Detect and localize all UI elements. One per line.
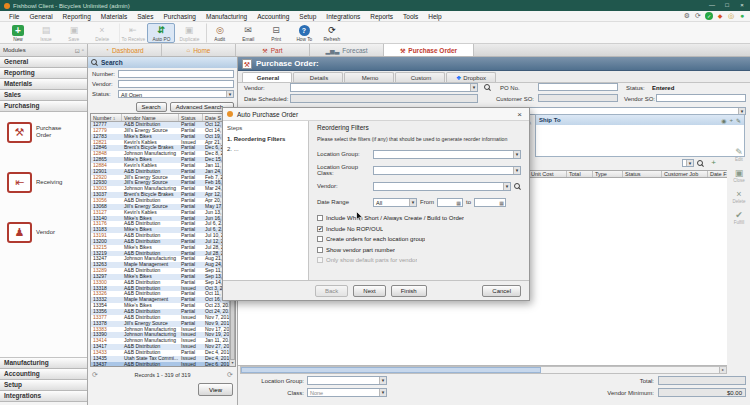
column-date-f[interactable]: Date F bbox=[707, 171, 727, 177]
date-range-select[interactable]: All bbox=[373, 198, 417, 207]
location-group-combo[interactable] bbox=[307, 376, 387, 385]
menu-item[interactable]: Reporting bbox=[58, 13, 96, 20]
checkbox[interactable] bbox=[317, 247, 323, 253]
document-tab[interactable]: ▂▅▃ Forecast bbox=[310, 44, 384, 56]
location-pin-icon[interactable]: ◉ bbox=[721, 117, 726, 124]
checkbox[interactable] bbox=[317, 236, 323, 242]
vendor-filter-select[interactable] bbox=[373, 182, 511, 191]
wizard-step[interactable]: 2. ... bbox=[227, 146, 304, 152]
menu-item[interactable]: Sales bbox=[132, 13, 158, 20]
filter-checkbox-row[interactable]: Include When Short / Always Create / Bui… bbox=[317, 213, 521, 224]
menu-item[interactable]: Purchasing bbox=[158, 13, 201, 20]
toolbar-button[interactable]: ⟳ Refresh bbox=[318, 23, 346, 43]
toolbar-button[interactable]: ⇵ Auto PO bbox=[147, 23, 175, 43]
menu-item[interactable]: File bbox=[4, 13, 24, 20]
table-row[interactable]: 13437 A&B Distribution Issued Dec 6, 201… bbox=[91, 362, 229, 366]
search-button[interactable]: Search bbox=[136, 102, 167, 112]
filter-checkbox-row[interactable]: Include No ROP/OUL bbox=[317, 224, 521, 235]
module-section[interactable]: Purchasing bbox=[0, 101, 87, 112]
vendor-filter-search-icon[interactable] bbox=[514, 183, 521, 190]
tray-icon[interactable]: ⟳ bbox=[694, 12, 702, 20]
module-section[interactable]: General bbox=[0, 57, 87, 68]
document-tab[interactable]: ◔ Dashboard bbox=[88, 44, 162, 56]
cancel-button[interactable]: Cancel bbox=[482, 285, 521, 297]
window-control-button[interactable]: × bbox=[736, 1, 748, 10]
toolbar-button[interactable]: + New bbox=[4, 23, 32, 43]
menu-item[interactable]: Help bbox=[423, 13, 446, 20]
toolbar-button[interactable]: ▣ Save bbox=[60, 23, 88, 43]
dialog-close-icon[interactable]: × bbox=[514, 110, 525, 119]
item-action-button[interactable]: ▣ Close bbox=[733, 168, 745, 183]
vendor-input[interactable] bbox=[118, 80, 234, 88]
class-combo[interactable]: None bbox=[307, 388, 387, 397]
module-item[interactable]: ⇤ Receiving bbox=[7, 170, 87, 194]
hscroll-thumb[interactable] bbox=[241, 367, 541, 373]
column-status[interactable]: Status bbox=[622, 171, 661, 177]
toolbar-button[interactable]: ▤ Issue bbox=[32, 23, 60, 43]
item-lookup-combo[interactable] bbox=[682, 159, 694, 167]
items-horizontal-scrollbar[interactable]: ▸ bbox=[240, 366, 727, 374]
document-tab[interactable]: ⚒ Part bbox=[236, 44, 310, 56]
window-control-button[interactable]: — bbox=[706, 1, 718, 10]
date-from-input[interactable] bbox=[437, 198, 463, 207]
vendor-so-input[interactable] bbox=[656, 94, 746, 102]
item-action-button[interactable]: × Delete bbox=[732, 189, 745, 204]
document-tab[interactable]: ⌂ Home bbox=[162, 44, 236, 56]
wizard-nav-button[interactable]: Finish bbox=[391, 285, 427, 297]
toolbar-button[interactable]: ⇤ To Receive bbox=[119, 23, 147, 43]
hscroll-right-arrow[interactable]: ▸ bbox=[719, 367, 726, 373]
checkbox[interactable] bbox=[317, 226, 323, 232]
refresh-left-icon[interactable]: ⟳ bbox=[92, 371, 98, 379]
toolbar-button[interactable]: × Delete bbox=[88, 23, 116, 43]
toolbar-button[interactable]: ▣ Duplicate bbox=[175, 23, 203, 43]
column-type[interactable]: Type bbox=[592, 171, 622, 177]
add-item-icon[interactable]: + bbox=[711, 158, 716, 167]
menu-item[interactable]: Accounting bbox=[252, 13, 294, 20]
po-tab[interactable]: Details bbox=[293, 72, 343, 82]
column-unit-cost[interactable]: Unit Cost bbox=[528, 171, 566, 177]
menu-item[interactable]: General bbox=[24, 13, 57, 20]
item-search-icon[interactable] bbox=[697, 160, 704, 167]
tray-icon[interactable]: ⚙ bbox=[683, 12, 691, 20]
location-group-class-select[interactable] bbox=[373, 166, 521, 175]
item-action-button[interactable]: ✔ Fulfill bbox=[734, 210, 745, 225]
location-group-filter-select[interactable] bbox=[373, 150, 521, 159]
toolbar-button[interactable]: ? How To bbox=[290, 23, 318, 43]
filter-checkbox-row[interactable]: Only show default parts for vendor bbox=[317, 255, 521, 266]
refresh-right-icon[interactable]: ⟳ bbox=[227, 371, 233, 379]
column-customer-job[interactable]: Customer Job bbox=[661, 171, 707, 177]
status-select[interactable]: All Open bbox=[118, 90, 234, 98]
view-button[interactable]: View bbox=[198, 383, 233, 396]
tray-icon[interactable]: ● bbox=[738, 12, 746, 20]
tray-icon[interactable]: ✓ bbox=[705, 12, 713, 20]
scroll-down-arrow[interactable]: ▾ bbox=[230, 360, 235, 366]
menu-item[interactable]: Reports bbox=[365, 13, 398, 20]
filter-checkbox-row[interactable]: Show vendor part number bbox=[317, 245, 521, 256]
module-section[interactable]: Setup bbox=[0, 380, 87, 391]
module-section[interactable]: Integrations bbox=[0, 391, 87, 402]
po-tab[interactable]: General bbox=[242, 72, 292, 82]
po-tab[interactable]: ❖ Dropbox bbox=[446, 72, 496, 82]
customer-so-input[interactable] bbox=[538, 94, 618, 102]
wizard-step[interactable]: 1. Reordering Filters bbox=[227, 136, 304, 142]
float-panel-icon[interactable]: ⊡ bbox=[75, 47, 80, 54]
module-section[interactable]: Reporting bbox=[0, 68, 87, 79]
menu-item[interactable]: Setup bbox=[294, 13, 321, 20]
add-address-icon[interactable]: + bbox=[729, 117, 733, 123]
module-item[interactable]: ♟ Vendor bbox=[7, 220, 87, 244]
pin-panel-icon[interactable]: ▫ bbox=[82, 47, 84, 53]
date-to-input[interactable] bbox=[474, 198, 506, 207]
number-input[interactable] bbox=[118, 70, 234, 78]
edit-address-icon[interactable]: ✎ bbox=[736, 117, 741, 124]
module-section[interactable]: Materials bbox=[0, 79, 87, 90]
menu-item[interactable]: Materials bbox=[96, 13, 132, 20]
item-action-button[interactable]: ✎ Edit bbox=[735, 147, 743, 162]
tray-icon[interactable]: ◆ bbox=[716, 12, 724, 20]
column-header-number[interactable]: Number 1 bbox=[91, 114, 122, 121]
tray-icon[interactable]: ◎ bbox=[727, 12, 735, 20]
toolbar-button[interactable]: ⊟ Print bbox=[262, 23, 290, 43]
po-number-input[interactable] bbox=[538, 83, 618, 91]
menu-item[interactable]: Tools bbox=[398, 13, 423, 20]
filter-checkbox-row[interactable]: Create orders for each location group bbox=[317, 234, 521, 245]
module-section[interactable]: Manufacturing bbox=[0, 358, 87, 369]
